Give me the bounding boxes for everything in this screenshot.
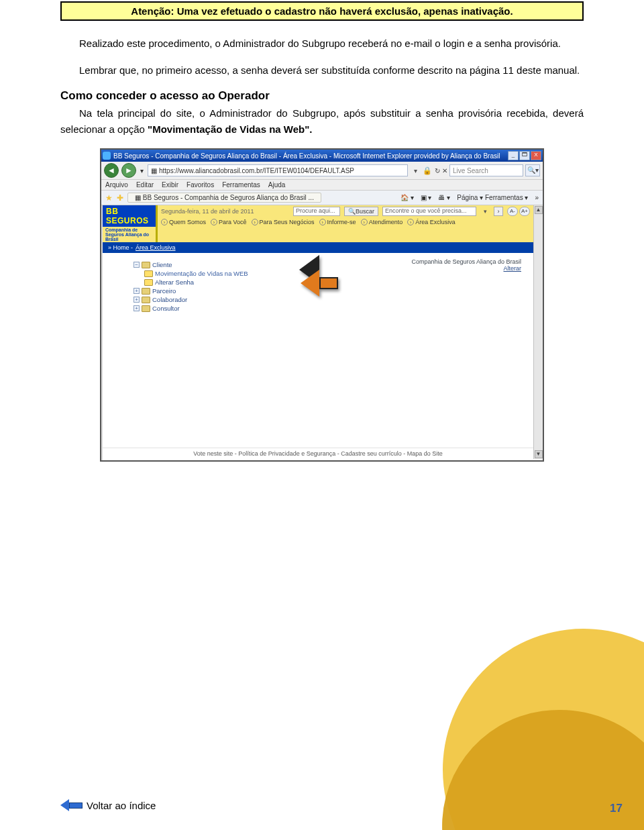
help-icon[interactable]: »: [535, 194, 539, 201]
menu-arquivo[interactable]: Arquivo: [105, 181, 128, 189]
nav-tree: − Cliente Movimentação de Vidas na WEB: [123, 261, 302, 312]
nav-back-button[interactable]: ◄: [104, 163, 119, 178]
nav-forward-button[interactable]: ►: [121, 163, 136, 178]
search-site-input[interactable]: Procure aqui...: [293, 207, 340, 216]
page-number: 17: [610, 802, 623, 815]
ie-menu-bar: Arquivo Editar Exibir Favoritos Ferramen…: [101, 180, 543, 191]
folder-icon: [142, 297, 150, 303]
encontre-input[interactable]: Encontre o que você precisa...: [382, 207, 476, 216]
ie-title-bar: BB Seguros - Companhia de Seguros Alianç…: [101, 150, 543, 162]
folder-icon: [144, 279, 153, 286]
font-decrease-button[interactable]: A-: [507, 207, 518, 216]
collapse-icon[interactable]: −: [133, 262, 140, 268]
paragraph-1: Realizado este procedimento, o Administr…: [60, 36, 584, 52]
alterar-link[interactable]: Alterar: [503, 265, 521, 272]
logo-text: BB SEGUROS: [106, 207, 152, 225]
company-name: Companhia de Seguros Aliança do Brasil: [313, 258, 521, 265]
menu-ajuda[interactable]: Ajuda: [268, 181, 286, 189]
favorites-star-icon[interactable]: ★: [105, 193, 113, 203]
breadcrumb-home[interactable]: » Home -: [108, 244, 133, 251]
attention-callout: Atenção: Uma vez efetuado o cadastro não…: [60, 1, 584, 21]
back-link-label: Voltar ao índice: [87, 800, 156, 811]
search-text: Live Search: [453, 167, 488, 174]
add-favorites-icon[interactable]: ✚: [117, 193, 123, 203]
scroll-down-button[interactable]: ▼: [535, 450, 543, 458]
buscar-label: Buscar: [356, 208, 374, 215]
section-heading: Como conceder o acesso ao Operador: [60, 89, 584, 103]
folder-icon: [144, 270, 153, 277]
breadcrumb: » Home - Área Exclusiva: [103, 242, 533, 253]
ie-icon: [103, 152, 111, 160]
live-search-box[interactable]: Live Search: [449, 164, 523, 176]
print-icon[interactable]: 🖶 ▾: [438, 194, 450, 201]
page-decoration: [389, 521, 644, 830]
nav-atendimento[interactable]: ›Atendimento: [361, 219, 403, 225]
tree-item-cliente[interactable]: − Cliente: [133, 261, 302, 268]
nav-para-seus-negocios[interactable]: ›Para Seus Negócios: [252, 219, 315, 225]
menu-ferramentas[interactable]: Ferramentas: [222, 181, 260, 189]
tab-title: BB Seguros - Companhia de Seguros Alianç…: [143, 194, 314, 201]
window-title: BB Seguros - Companhia de Seguros Alianç…: [113, 152, 500, 160]
search-go-button[interactable]: 🔍▾: [525, 164, 540, 176]
nav-history-dropdown[interactable]: ▾: [139, 167, 145, 174]
tree-item-consultor[interactable]: + Consultor: [133, 305, 302, 312]
header-date: Segunda-feira, 11 de abril de 2011: [161, 208, 289, 215]
ie-tab-bar: ★ ✚ ▦ BB Seguros - Companhia de Seguros …: [101, 191, 543, 205]
vertical-scrollbar[interactable]: ▲ ▼: [533, 205, 543, 459]
tree-item-parceiro[interactable]: + Parceiro: [133, 287, 302, 295]
paragraph-3-text: Na tela principal do site, o Administrad…: [60, 107, 584, 135]
paragraph-2: Lembrar que, no primeiro acesso, a senha…: [60, 62, 584, 79]
tab-favicon-icon: ▦: [135, 194, 141, 201]
address-bar[interactable]: ▦ https://www.aliancadobrasil.com.br/ITE…: [148, 164, 408, 176]
breadcrumb-current[interactable]: Área Exclusiva: [136, 244, 176, 251]
nav-para-voce[interactable]: ›Para Você: [211, 219, 247, 225]
page-menu[interactable]: Página ▾ Ferramentas ▾: [457, 194, 528, 201]
nav-informe-se[interactable]: ›Informe-se: [319, 219, 356, 225]
folder-icon: [142, 305, 150, 312]
folder-icon: [142, 262, 150, 268]
tree-item-colaborador[interactable]: + Colaborador: [133, 296, 302, 303]
logo-subtitle: Companhia de Seguros Aliança do Brasil: [103, 227, 158, 242]
back-to-index-link[interactable]: Voltar ao índice: [60, 799, 156, 811]
buscar-button[interactable]: 🔍 Buscar: [344, 207, 378, 216]
paragraph-3: Na tela principal do site, o Administrad…: [60, 105, 584, 138]
address-dropdown[interactable]: ▾: [411, 167, 420, 174]
ie-nav-bar: ◄ ► ▾ ▦ https://www.aliancadobrasil.com.…: [101, 162, 543, 180]
site-header: BB SEGUROS Companhia de Seguros Aliança …: [103, 205, 533, 242]
site-favicon-icon: ▦: [151, 167, 157, 174]
lock-icon: 🔒: [423, 166, 432, 175]
browser-tab[interactable]: ▦ BB Seguros - Companhia de Seguros Alia…: [127, 193, 321, 203]
nav-area-exclusiva[interactable]: ›Área Exclusiva: [407, 219, 455, 225]
nav-quem-somos[interactable]: ›Quem Somos: [161, 219, 206, 225]
paragraph-3-bold: "Movimentação de Vidas na Web".: [148, 123, 312, 135]
tree-item-alterar-senha[interactable]: Alterar Senha: [144, 278, 302, 286]
back-arrow-icon: [60, 799, 83, 811]
menu-favoritos[interactable]: Favoritos: [186, 181, 214, 189]
scroll-up-button[interactable]: ▲: [535, 206, 543, 214]
go-button[interactable]: ›: [494, 207, 503, 216]
annotation-arrow-icon: [301, 270, 338, 297]
site-footer-links[interactable]: Vote neste site - Política de Privacidad…: [103, 448, 533, 460]
site-nav: ›Quem Somos ›Para Você ›Para Seus Negóci…: [161, 216, 530, 225]
menu-editar[interactable]: Editar: [136, 181, 154, 189]
maximize-button[interactable]: 🗖: [519, 151, 530, 160]
menu-exibir[interactable]: Exibir: [162, 181, 178, 189]
font-increase-button[interactable]: A+: [519, 207, 530, 216]
refresh-icon[interactable]: ↻: [435, 167, 440, 174]
tree-item-movimentacao[interactable]: Movimentação de Vidas na WEB: [144, 270, 302, 277]
expand-icon[interactable]: +: [133, 288, 140, 294]
encontre-dropdown[interactable]: ▾: [480, 208, 490, 215]
expand-icon[interactable]: +: [133, 297, 140, 303]
home-icon[interactable]: 🏠 ▾: [400, 194, 414, 201]
feeds-icon[interactable]: ▣ ▾: [421, 194, 432, 201]
bb-seguros-logo[interactable]: BB SEGUROS: [103, 205, 158, 227]
folder-icon: [142, 288, 150, 295]
stop-icon[interactable]: ✕: [442, 167, 447, 174]
minimize-button[interactable]: _: [508, 151, 519, 160]
screenshot-figure: BB Seguros - Companhia de Seguros Alianç…: [100, 148, 544, 462]
close-button[interactable]: X: [531, 151, 541, 160]
expand-icon[interactable]: +: [133, 305, 140, 311]
address-url: https://www.aliancadobrasil.com.br/ITE/I…: [159, 167, 354, 174]
